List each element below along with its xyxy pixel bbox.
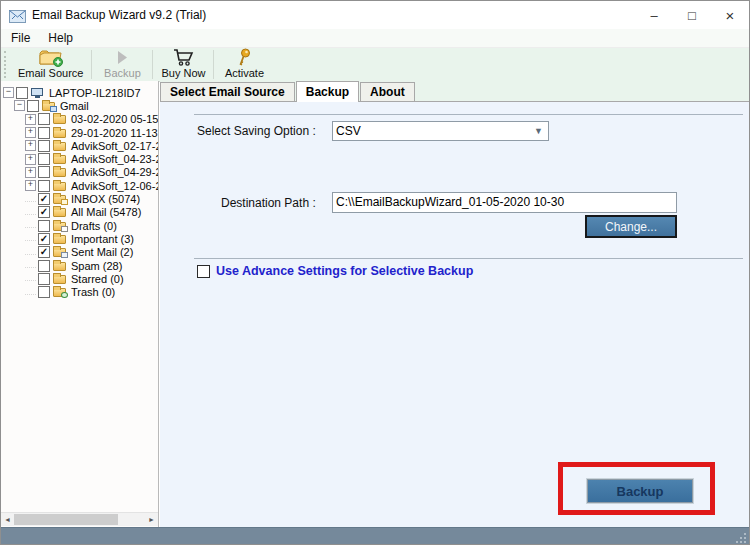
tree-item-inbox-5074-[interactable]: ✓INBOX (5074) — [1, 192, 158, 205]
tree-item-sent-mail-2-[interactable]: ✓Sent Mail (2) — [1, 246, 158, 259]
tree-checkbox[interactable]: ✓ — [38, 233, 50, 245]
toolbar-button-activate[interactable]: Activate — [215, 48, 273, 81]
backup-button[interactable]: Backup — [587, 479, 693, 503]
tree-checkbox[interactable] — [38, 153, 50, 165]
menu-item-file[interactable]: File — [11, 31, 30, 45]
saving-option-dropdown[interactable]: CSV ▼ — [332, 121, 549, 141]
advance-settings-row: Use Advance Settings for Selective Backu… — [197, 264, 473, 278]
tree-checkbox[interactable] — [38, 286, 50, 298]
tree-checkbox[interactable] — [38, 273, 50, 285]
separator-line — [194, 114, 743, 115]
key-icon — [236, 48, 252, 66]
expand-icon[interactable]: + — [25, 114, 36, 125]
right-pane: Select Email SourceBackupAbout Select Sa… — [160, 81, 749, 527]
tree-item-laptop-il218id7[interactable]: −LAPTOP-IL218ID7 — [1, 86, 158, 99]
tree-checkbox[interactable]: ✓ — [38, 193, 50, 205]
toolbar-button-label: Email Source — [18, 67, 83, 79]
tree-checkbox[interactable] — [38, 180, 50, 192]
tab-select-email-source[interactable]: Select Email Source — [160, 82, 295, 101]
tree-item-important-3-[interactable]: ✓Important (3) — [1, 232, 158, 245]
tree-item-all-mail-5478-[interactable]: ✓All Mail (5478) — [1, 206, 158, 219]
tree-connector — [25, 246, 36, 255]
folder-icon — [53, 141, 67, 151]
toolbar-button-buy-now[interactable]: Buy Now — [154, 48, 212, 81]
tree-item-starred-0-[interactable]: Starred (0) — [1, 272, 158, 285]
tree-item-29-01-2020-11-13-0-[interactable]: +29-01-2020 11-13 (0) — [1, 126, 158, 139]
expand-icon[interactable]: + — [25, 140, 36, 151]
tree-checkbox[interactable] — [16, 87, 28, 99]
tree-item-trash-0-[interactable]: Trash (0) — [1, 285, 158, 298]
scrollbar-thumb[interactable] — [14, 514, 118, 525]
scroll-right-icon[interactable]: ► — [145, 513, 158, 526]
tree-checkbox[interactable] — [38, 220, 50, 232]
tab-backup[interactable]: Backup — [296, 81, 359, 102]
destination-path-input[interactable]: C:\\EmailBackupWizard_01-05-2020 10-30 — [332, 192, 677, 213]
folder-tree-panel: −LAPTOP-IL218ID7−Gmail+03-02-2020 05-15 … — [1, 81, 159, 527]
toolbar-drag-handle[interactable] — [4, 51, 9, 78]
tree-item-adviksoft-12-06-2019[interactable]: +AdvikSoft_12-06-2019 — [1, 179, 158, 192]
status-bar — [1, 527, 749, 545]
scroll-left-icon[interactable]: ◄ — [1, 513, 14, 526]
tree-item-adviksoft-04-29-2019[interactable]: +AdvikSoft_04-29-2019 — [1, 166, 158, 179]
app-window: Email Backup Wizard v9.2 (Trial) – □ × F… — [0, 0, 750, 545]
tree-item-label: All Mail (5478) — [71, 206, 141, 218]
tree-item-adviksoft-02-17-2020[interactable]: +AdvikSoft_02-17-2020 — [1, 139, 158, 152]
menu-item-help[interactable]: Help — [48, 31, 73, 45]
toolbar-button-email-source[interactable]: Email Source — [11, 48, 90, 81]
title-bar: Email Backup Wizard v9.2 (Trial) – □ × — [1, 1, 749, 30]
tree-checkbox[interactable]: ✓ — [38, 246, 50, 258]
tree-checkbox[interactable]: ✓ — [38, 206, 50, 218]
folder-tree: −LAPTOP-IL218ID7−Gmail+03-02-2020 05-15 … — [1, 81, 158, 299]
inbox-icon — [53, 194, 67, 204]
tree-checkbox[interactable] — [27, 100, 39, 112]
folder-icon — [53, 128, 67, 138]
expand-icon[interactable]: + — [25, 127, 36, 138]
tree-item-gmail[interactable]: −Gmail — [1, 99, 158, 112]
tree-checkbox[interactable] — [38, 113, 50, 125]
collapse-icon[interactable]: − — [3, 87, 14, 98]
tree-item-spam-28-[interactable]: Spam (28) — [1, 259, 158, 272]
tree-item-label: AdvikSoft_04-29-2019 — [71, 166, 158, 178]
expand-icon[interactable]: + — [25, 180, 36, 191]
tree-item-label: 03-02-2020 05-15 (0) — [71, 113, 158, 125]
advance-settings-checkbox[interactable] — [197, 265, 210, 278]
tree-checkbox[interactable] — [38, 260, 50, 272]
toolbar-separator — [91, 50, 92, 79]
tree-connector — [25, 272, 36, 281]
collapse-icon[interactable]: − — [14, 100, 25, 111]
tree-connector — [25, 219, 36, 228]
tree-item-adviksoft-04-23-2019[interactable]: +AdvikSoft_04-23-2019 — [1, 152, 158, 165]
toolbar-button-label: Backup — [104, 67, 141, 79]
close-icon[interactable]: × — [711, 1, 749, 29]
folder-icon — [53, 234, 67, 244]
chevron-down-icon: ▼ — [534, 126, 548, 136]
change-button[interactable]: Change... — [585, 215, 677, 238]
resize-grip-icon[interactable] — [736, 533, 746, 543]
tree-item-label: Important (3) — [71, 233, 134, 245]
expand-icon[interactable]: + — [25, 154, 36, 165]
tree-item-label: LAPTOP-IL218ID7 — [49, 87, 141, 99]
tree-item-drafts-0-[interactable]: Drafts (0) — [1, 219, 158, 232]
folder-icon — [53, 207, 67, 217]
tree-item-03-02-2020-05-15-0-[interactable]: +03-02-2020 05-15 (0) — [1, 113, 158, 126]
toolbar: Email SourceBackupBuy NowActivate — [1, 48, 749, 82]
tree-item-label: Trash (0) — [71, 286, 115, 298]
maximize-icon[interactable]: □ — [673, 1, 711, 29]
play-icon — [114, 49, 130, 66]
tree-checkbox[interactable] — [38, 166, 50, 178]
expand-icon[interactable]: + — [25, 167, 36, 178]
tree-horizontal-scrollbar[interactable]: ◄ ► — [1, 512, 158, 526]
tree-checkbox[interactable] — [38, 127, 50, 139]
gmail-icon — [42, 101, 56, 111]
saving-option-label: Select Saving Option : — [197, 124, 316, 138]
sent-icon — [53, 247, 67, 257]
window-title: Email Backup Wizard v9.2 (Trial) — [32, 8, 206, 22]
destination-path-label: Destination Path : — [221, 196, 316, 210]
tab-about[interactable]: About — [360, 82, 415, 101]
toolbar-button-backup[interactable]: Backup — [93, 48, 151, 81]
cart-icon — [172, 48, 195, 66]
tree-checkbox[interactable] — [38, 140, 50, 152]
tree-item-label: Drafts (0) — [71, 220, 117, 232]
minimize-icon[interactable]: – — [635, 1, 673, 29]
tree-item-label: INBOX (5074) — [71, 193, 140, 205]
